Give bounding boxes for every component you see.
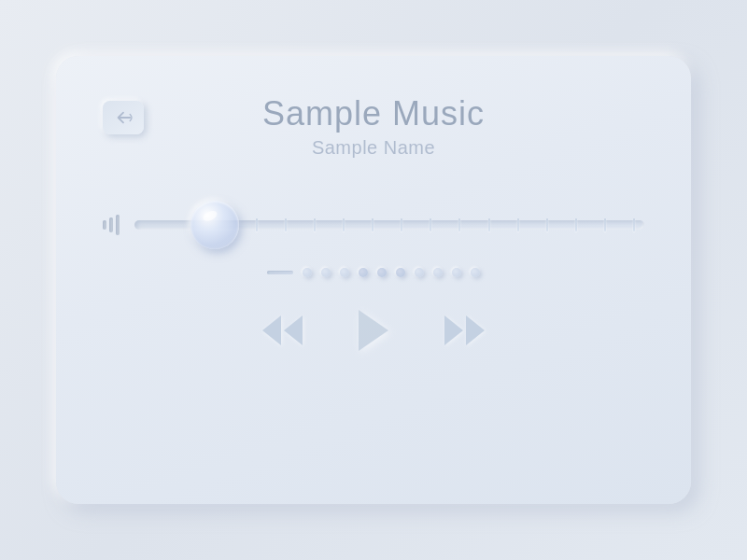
song-name: Sample Name — [144, 137, 603, 159]
tick-mark — [314, 218, 316, 231]
play-icon — [359, 310, 388, 351]
seek-track[interactable] — [134, 220, 644, 230]
tick-mark — [285, 218, 287, 231]
tick-mark — [546, 218, 548, 231]
tick-mark — [343, 218, 345, 231]
song-title: Sample Music — [144, 93, 603, 133]
tick-mark — [256, 218, 258, 231]
tick-marks — [256, 218, 635, 231]
title-area: Sample Music Sample Name — [144, 93, 644, 159]
rewind-triangle-1 — [262, 315, 281, 345]
progress-dot[interactable] — [321, 268, 331, 277]
tick-mark — [372, 218, 374, 231]
tick-mark — [430, 218, 431, 231]
rewind-button[interactable] — [262, 315, 303, 345]
tick-mark — [604, 218, 606, 231]
vol-bar-2 — [109, 217, 113, 232]
ff-triangle-2 — [466, 315, 485, 345]
slider-row — [103, 215, 644, 235]
progress-dot[interactable] — [359, 268, 368, 277]
fast-forward-button[interactable] — [444, 315, 485, 345]
tick-mark — [517, 218, 519, 231]
progress-dot[interactable] — [471, 268, 480, 277]
progress-dot[interactable] — [433, 268, 443, 277]
vol-bar-3 — [116, 215, 120, 235]
tick-mark — [575, 218, 577, 231]
volume-icon — [103, 215, 120, 235]
progress-dot[interactable] — [377, 268, 387, 277]
dash-mark — [267, 271, 293, 274]
progress-dot[interactable] — [340, 268, 349, 277]
fast-forward-icon — [444, 315, 485, 345]
top-row: Sample Music Sample Name — [103, 93, 644, 159]
controls-row — [103, 310, 644, 351]
tick-mark — [633, 218, 635, 231]
tick-mark — [401, 218, 402, 231]
progress-dot[interactable] — [415, 268, 424, 277]
rewind-triangle-2 — [284, 315, 303, 345]
progress-dot[interactable] — [396, 268, 405, 277]
vol-bar-1 — [103, 220, 106, 230]
ff-triangle-1 — [444, 315, 463, 345]
play-button[interactable] — [359, 310, 388, 351]
player-container: Sample Music Sample Name — [56, 56, 691, 504]
dots-row — [103, 268, 644, 277]
seek-thumb[interactable] — [190, 201, 239, 249]
tick-mark — [488, 218, 490, 231]
progress-dot[interactable] — [452, 268, 461, 277]
progress-dot[interactable] — [303, 268, 312, 277]
tick-mark — [458, 218, 460, 231]
back-button[interactable] — [103, 101, 144, 134]
dots-container — [303, 268, 480, 277]
rewind-icon — [262, 315, 303, 345]
